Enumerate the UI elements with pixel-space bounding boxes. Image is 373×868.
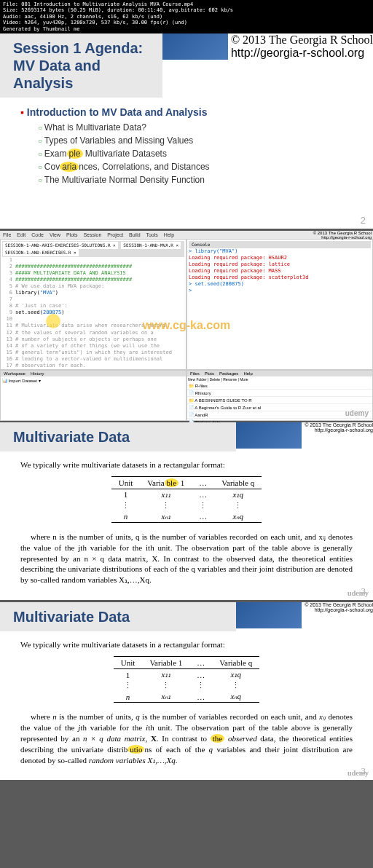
console-pane[interactable]: Console > library("MVA") Loading require… bbox=[186, 239, 373, 370]
file-row[interactable]: 📁 R-files bbox=[187, 382, 372, 390]
description: where n is the number of units, q is the… bbox=[20, 711, 353, 765]
udemy-logo: udemy bbox=[345, 409, 369, 417]
header-right: © 2013 The Georgia R School http://georg… bbox=[162, 33, 373, 60]
highlight-cursor: ple bbox=[67, 149, 83, 159]
tab-3[interactable]: SESSION-1-AND-EXERCISES.R × bbox=[3, 249, 79, 256]
slide-multivariate-2: Multivariate Data © 2013 The Georgia R S… bbox=[0, 602, 373, 780]
file-row[interactable]: 📄 Rhistory bbox=[187, 390, 372, 397]
menu-tools[interactable]: Tools bbox=[146, 232, 157, 237]
menu-help[interactable]: Help bbox=[164, 232, 174, 237]
bullet-2: Types of Variables and Missing Values bbox=[38, 135, 353, 146]
cursor-highlight bbox=[46, 314, 60, 328]
menu-code[interactable]: Code bbox=[31, 232, 44, 237]
slide-multivariate-1: Multivariate Data © 2013 The Georgia R S… bbox=[0, 422, 373, 600]
bullet-5: The Multivariate Normal Density Function bbox=[38, 175, 353, 185]
slide-title-line1: Session 1 Agenda: bbox=[13, 39, 149, 57]
copyright: © 2013 The Georgia R School bbox=[231, 33, 373, 47]
menu-plots[interactable]: Plots bbox=[66, 232, 78, 237]
tab-2[interactable]: SESSION-1-AND-MVA.R × bbox=[121, 242, 181, 249]
data-matrix-table: UnitVariable 1…Variable q 1x₁₁…x₁q ⋮⋮⋮⋮ … bbox=[111, 476, 262, 523]
url: http://georgia-r-school.org bbox=[231, 47, 373, 60]
slide-title-line2: MV Data and Analysis bbox=[13, 57, 149, 92]
slide-agenda: Session 1 Agenda: MV Data and Analysis ©… bbox=[0, 33, 373, 229]
header-image bbox=[162, 33, 228, 60]
menu-session[interactable]: Session bbox=[83, 232, 101, 237]
rstudio-window: © 2013 The Georgia R Schoolhttp://georgi… bbox=[0, 231, 373, 420]
data-matrix-table: UnitVariable 1…Variable q 1x₁₁…x₁q ⋮⋮⋮⋮ … bbox=[114, 656, 259, 703]
menu-view[interactable]: View bbox=[50, 232, 60, 237]
video-metadata: File: 001 Introduction to Multivariate A… bbox=[0, 0, 373, 33]
menu-build[interactable]: Build bbox=[129, 232, 141, 237]
source-tabs[interactable]: SESSION-1-AND-ARIS-EXERCISES-SOLUTIONS.R… bbox=[2, 241, 184, 257]
bullet-3: Example Multivariate Datasets bbox=[38, 149, 353, 159]
bullet-main: Introduction to MV Data and Analysis bbox=[20, 106, 353, 118]
page-number: 2 bbox=[361, 215, 366, 226]
description: where n is the number of units, q is the… bbox=[20, 532, 353, 585]
environment-pane[interactable]: WorkspaceHistory 📊 Import Dataset ▾ bbox=[0, 370, 186, 421]
source-pane[interactable]: SESSION-1-AND-ARIS-EXERCISES-SOLUTIONS.R… bbox=[0, 239, 186, 370]
menu-edit[interactable]: Edit bbox=[17, 232, 25, 237]
menu-project[interactable]: Project bbox=[107, 232, 123, 237]
tab-1[interactable]: SESSION-1-AND-ARIS-EXERCISES-SOLUTIONS.R… bbox=[3, 242, 118, 249]
file-row[interactable]: 📁 A BEGINNER'S GUIDE TO R bbox=[187, 397, 372, 404]
bullet-1: What is Multivariate Data? bbox=[38, 122, 353, 133]
bullet-4: Covariances, Correlations, and Distances bbox=[38, 162, 353, 172]
menu-file[interactable]: File bbox=[3, 232, 11, 237]
slide-title-box: Session 1 Agenda: MV Data and Analysis bbox=[0, 33, 162, 98]
